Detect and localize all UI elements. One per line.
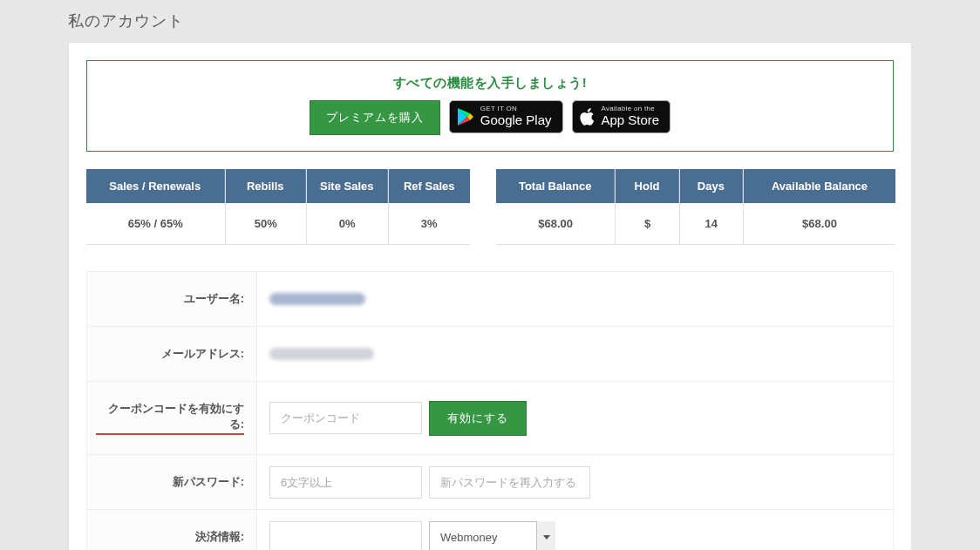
- value-sales-renewals: 65% / 65%: [86, 203, 225, 245]
- payment-account-input[interactable]: [269, 521, 422, 551]
- promo-box: すべての機能を入手しましょう! プレミアムを購入 GET IT ON: [86, 60, 894, 152]
- value-available-balance: $68.00: [744, 203, 895, 245]
- value-ref-sales: 3%: [389, 203, 471, 245]
- header-sales-renewals: Sales / Renewals: [86, 169, 225, 203]
- page-title: 私のアカウント: [0, 0, 980, 42]
- payment-method-select[interactable]: Webmoney: [429, 521, 555, 551]
- coupon-activate-button[interactable]: 有効にする: [429, 401, 527, 436]
- header-site-sales: Site Sales: [307, 169, 388, 203]
- app-store-big-text: App Store: [602, 113, 660, 128]
- coupon-input[interactable]: [269, 402, 422, 434]
- value-total-balance: $68.00: [496, 203, 615, 245]
- apple-icon: [580, 107, 595, 126]
- row-payment: 決済情報: Webmoney: [87, 510, 893, 550]
- promo-title: すべての機能を入手しましょう!: [105, 75, 875, 92]
- payment-label: 決済情報:: [87, 510, 257, 550]
- value-days: 14: [680, 203, 743, 245]
- app-store-badge[interactable]: Available on the App Store: [572, 100, 671, 133]
- header-days: Days: [680, 169, 743, 203]
- username-value-redacted: [269, 293, 365, 305]
- account-form: ユーザー名: メールアドレス: クーポンコードを有効にする: 有効にする 新パス…: [86, 271, 894, 550]
- account-panel: すべての機能を入手しましょう! プレミアムを購入 GET IT ON: [68, 42, 912, 550]
- new-password-input[interactable]: [269, 466, 422, 499]
- header-ref-sales: Ref Sales: [389, 169, 471, 203]
- new-password-label: 新パスワード:: [87, 455, 257, 509]
- google-play-badge[interactable]: GET IT ON Google Play: [449, 100, 563, 133]
- confirm-password-input[interactable]: [429, 466, 590, 499]
- row-new-password: 新パスワード:: [87, 455, 893, 510]
- email-value-redacted: [269, 348, 374, 360]
- stats-table-left: Sales / Renewals 65% / 65% Rebills 50% S…: [86, 169, 470, 245]
- google-play-big-text: Google Play: [480, 113, 552, 128]
- row-username: ユーザー名:: [87, 272, 893, 327]
- buy-premium-button[interactable]: プレミアムを購入: [310, 100, 440, 135]
- coupon-label: クーポンコードを有効にする:: [96, 401, 244, 435]
- row-coupon: クーポンコードを有効にする: 有効にする: [87, 382, 893, 455]
- header-available-balance: Available Balance: [744, 169, 895, 203]
- value-hold: $: [616, 203, 678, 245]
- email-label: メールアドレス:: [87, 327, 257, 381]
- stats-table-right: Total Balance $68.00 Hold $ Days 14 Avai…: [496, 169, 895, 245]
- value-rebills: 50%: [226, 203, 307, 245]
- row-email: メールアドレス:: [87, 327, 893, 382]
- value-site-sales: 0%: [307, 203, 388, 245]
- google-play-icon: [457, 107, 474, 126]
- header-hold: Hold: [616, 169, 678, 203]
- header-total-balance: Total Balance: [496, 169, 615, 203]
- username-label: ユーザー名:: [87, 272, 257, 326]
- header-rebills: Rebills: [226, 169, 307, 203]
